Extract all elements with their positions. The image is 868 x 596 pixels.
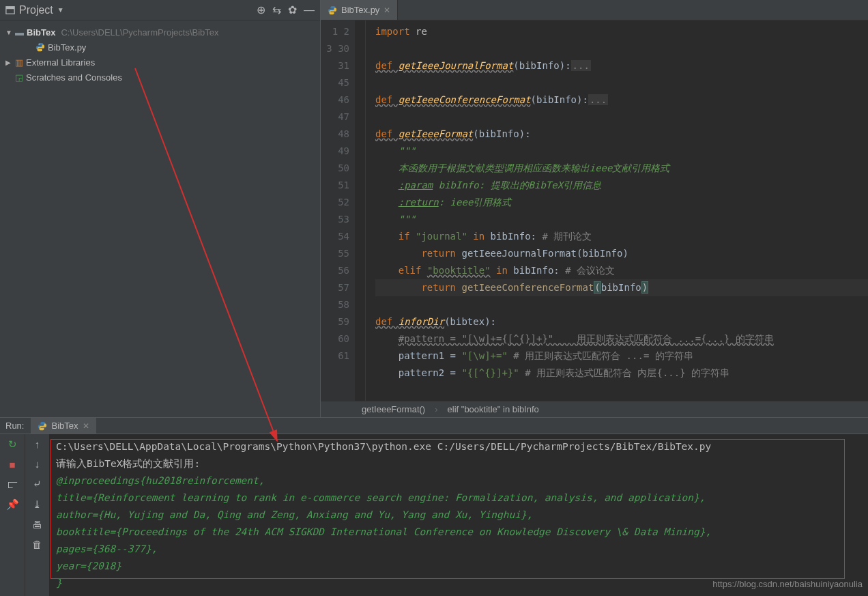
library-icon: ▥ [15,57,23,68]
code-editor[interactable]: 1 2 3 30 31 45 46 47 48 49 50 51 52 53 5… [321,20,868,401]
project-panel-title[interactable]: Project [19,4,53,16]
down-icon[interactable]: ↓ [35,458,40,470]
python-file-icon [35,42,45,52]
console-command: C:\Users\DELL\AppData\Local\Programs\Pyt… [56,438,861,455]
scratch-icon: ◲ [15,72,23,83]
console-input: pages={368--377}, [56,541,861,558]
editor-tab-bibtex[interactable]: BibTex.py ✕ [321,0,398,20]
console-output[interactable]: C:\Users\DELL\AppData\Local\Programs\Pyt… [49,434,868,596]
fold-column[interactable] [355,20,366,401]
up-icon[interactable]: ↑ [35,438,40,450]
wrap-icon[interactable]: ⤶ [33,478,42,490]
external-libraries[interactable]: ▶ ▥ External Libraries [0,55,320,70]
tab-label: BibTex.py [341,5,379,15]
project-panel-header: Project ▼ ⊕ ⇆ ✿ — [0,0,320,20]
svg-point-2 [39,44,40,44]
line-gutter: 1 2 3 30 31 45 46 47 48 49 50 51 52 53 5… [321,20,355,401]
run-toolbar-left: ↻ ■ ⫍ 📌 [0,434,25,596]
trash-icon[interactable]: 🗑 [32,539,42,550]
breadcrumb-item[interactable]: elif "booktitle" in bibInfo [448,404,539,414]
chevron-down-icon[interactable]: ▼ [5,29,12,36]
project-tool-window: Project ▼ ⊕ ⇆ ✿ — ▼ ▬ BibTex C:\Users\DE… [0,0,321,417]
python-file-icon [328,5,337,15]
editor-tab-bar: BibTex.py ✕ [321,0,868,20]
print-icon[interactable]: 🖶 [32,519,42,530]
watermark: https://blog.csdn.net/baishuiniyaonulia [712,579,863,589]
breadcrumb-bar: getIeeeFormat() › elif "booktitle" in bi… [321,401,868,417]
scroll-icon[interactable]: ⤓ [33,498,42,511]
editor-area: BibTex.py ✕ 1 2 3 30 31 45 46 47 48 49 5… [321,0,868,417]
breadcrumb-item[interactable]: getIeeeFormat() [362,404,425,414]
pin-icon[interactable]: 📌 [6,498,19,511]
console-input: @inproceedings{hu2018reinforcement, [56,472,861,489]
gear-icon[interactable]: ✿ [288,3,297,16]
console-input: title={Reinforcement learning to rank in… [56,489,861,507]
chevron-right-icon[interactable]: ▶ [5,59,12,66]
run-tool-window: Run: BibTex ✕ ↻ ■ ⫍ 📌 ↑ ↓ ⤶ ⤓ 🖶 🗑 C:\Use… [0,418,868,596]
scratches[interactable]: ◲ Scratches and Consoles [0,70,320,85]
project-root[interactable]: ▼ ▬ BibTex C:\Users\DELL\PycharmProjects… [0,25,320,40]
console-input: year={2018} [56,558,861,575]
python-file-icon [38,421,47,431]
code-content[interactable]: import re def getIeeeJournalFormat(bibIn… [366,20,868,401]
locate-icon[interactable]: ⊕ [257,3,265,16]
hide-icon[interactable]: — [304,4,315,16]
console-prompt: 请输入BibTeX格式的文献引用: [56,455,861,472]
svg-point-3 [41,50,42,51]
console-input: booktitle={Proceedings of the 24th ACM S… [56,524,861,541]
stop-icon[interactable]: ■ [9,459,15,470]
project-view-icon [5,5,15,15]
rerun-icon[interactable]: ↻ [8,438,17,451]
project-tree: ▼ ▬ BibTex C:\Users\DELL\PycharmProjects… [0,20,320,89]
run-label: Run: [5,421,24,431]
breadcrumb-separator: › [435,404,437,414]
svg-rect-1 [6,6,14,9]
run-toolbar-right: ↑ ↓ ⤶ ⤓ 🖶 🗑 [25,434,49,596]
layout-icon[interactable]: ⫍ [8,479,18,490]
run-header: Run: BibTex ✕ [0,418,868,434]
dropdown-icon[interactable]: ▼ [57,6,64,14]
run-tab[interactable]: BibTex ✕ [31,418,96,434]
close-icon[interactable]: ✕ [384,5,390,15]
tree-file-bibtex[interactable]: BibTex.py [0,40,320,55]
console-input: author={Hu, Yujing and Da, Qing and Zeng… [56,507,861,524]
close-icon[interactable]: ✕ [83,421,89,431]
expand-icon[interactable]: ⇆ [272,3,281,16]
folder-icon: ▬ [15,27,24,38]
